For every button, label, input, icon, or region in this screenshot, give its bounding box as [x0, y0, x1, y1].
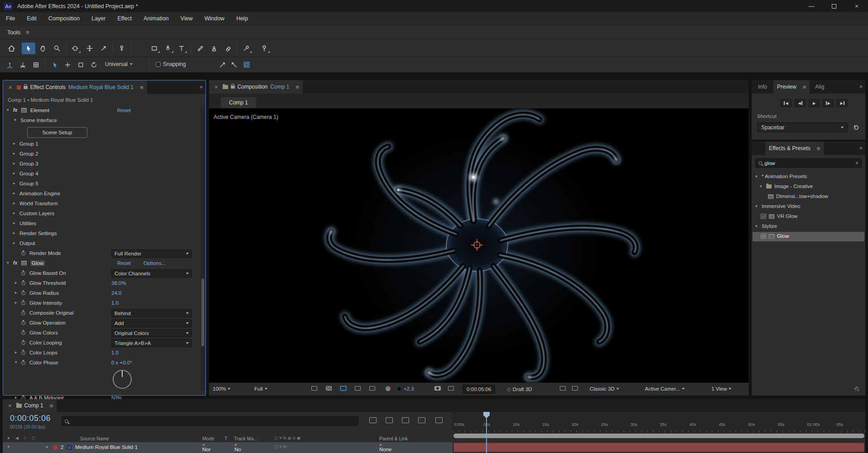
- effect-header-glow[interactable]: ▾ fx Glow Reset Options...: [3, 259, 205, 269]
- twirl-right-icon[interactable]: ▸: [13, 191, 15, 195]
- twirl-down-icon[interactable]: ▾: [7, 108, 9, 112]
- reset-preview-icon[interactable]: [853, 124, 859, 132]
- pen-tool-icon[interactable]: [161, 42, 175, 54]
- previous-frame-button[interactable]: ◀: [795, 99, 806, 107]
- property-group-row[interactable]: ▸ Utilities: [3, 219, 205, 229]
- composite-original-dropdown[interactable]: Behind: [111, 309, 192, 317]
- twirl-right-icon[interactable]: ▸: [13, 231, 15, 235]
- property-group-label[interactable]: Group 4: [19, 171, 38, 176]
- tree-item-glow[interactable]: 32 Glow: [753, 232, 864, 241]
- lock-icon[interactable]: [24, 86, 28, 89]
- checkbox-icon[interactable]: [156, 62, 161, 67]
- dolly-camera-tool-icon[interactable]: [97, 42, 110, 54]
- layer-switches[interactable]: ◻ ✳ fx: [274, 444, 286, 449]
- 3d-ground-plane-toggle-icon[interactable]: [241, 59, 253, 70]
- layer-visibility-icon[interactable]: ●: [7, 444, 10, 449]
- menu-item[interactable]: Help: [230, 12, 254, 25]
- layer-label-color-chip[interactable]: [53, 445, 57, 449]
- tab-preview[interactable]: Preview ≡: [773, 80, 810, 94]
- layer-twirl-icon[interactable]: ▸: [46, 444, 48, 449]
- mask-visibility-icon[interactable]: [340, 386, 346, 391]
- panel-menu-icon[interactable]: ≡: [50, 402, 53, 409]
- gizmo-rotate-icon[interactable]: [88, 59, 100, 70]
- glow-colors-dropdown[interactable]: Original Colors: [111, 329, 192, 337]
- next-frame-button[interactable]: ▶: [823, 99, 834, 107]
- last-frame-button[interactable]: ▶: [837, 99, 848, 107]
- close-button[interactable]: ×: [845, 0, 868, 12]
- property-group-row[interactable]: ▸ World Transform: [3, 199, 205, 209]
- layer-row[interactable]: ● ▸ 2 Medium Royal Blue Solid 1 Nor No ◻…: [3, 442, 453, 453]
- preview-time-display[interactable]: 0:00:05:06: [463, 385, 495, 394]
- scrollbar-thumb[interactable]: [201, 278, 204, 346]
- twirl-right-icon[interactable]: ▸: [13, 161, 15, 165]
- layer-mode-dropdown[interactable]: Nor: [202, 444, 205, 446]
- effects-search-box[interactable]: ×: [755, 158, 862, 168]
- property-value[interactable]: 1.0: [111, 300, 119, 306]
- stopwatch-icon[interactable]: [21, 341, 25, 345]
- property-group-row[interactable]: ▸ Group 2: [3, 149, 205, 159]
- clear-search-icon[interactable]: ×: [855, 160, 858, 166]
- gizmo-position-icon[interactable]: [62, 59, 73, 70]
- layer-name[interactable]: Medium Royal Blue Solid 1: [75, 444, 138, 450]
- twirl-down-icon[interactable]: ▾: [755, 204, 758, 208]
- twirl-right-icon[interactable]: ▸: [13, 241, 15, 245]
- timeline-comp-tab[interactable]: × Comp 1 ≡: [3, 399, 57, 412]
- options-link[interactable]: Options...: [143, 260, 166, 266]
- stopwatch-icon[interactable]: [21, 361, 25, 365]
- panel-overflow-icon[interactable]: »: [859, 145, 863, 151]
- timeline-search-box[interactable]: [62, 416, 358, 426]
- show-channel-icon[interactable]: [386, 386, 391, 391]
- snap-option-icon[interactable]: [216, 59, 228, 70]
- layer-track-matte-dropdown[interactable]: No: [234, 444, 237, 446]
- tree-item-animation-presets[interactable]: ▾ * Animation Presets: [753, 172, 864, 182]
- universal-dropdown[interactable]: Universal: [105, 61, 133, 67]
- menu-item[interactable]: Layer: [86, 12, 111, 25]
- tree-item-stylize[interactable]: ▾ Stylize: [753, 222, 864, 231]
- twirl-right-icon[interactable]: ▸: [15, 300, 17, 305]
- axis-mode-local-icon[interactable]: [4, 59, 15, 70]
- panel-menu-icon[interactable]: ≡: [140, 84, 143, 91]
- transparency-grid-icon[interactable]: [326, 386, 332, 391]
- reset-link[interactable]: Reset: [117, 260, 131, 266]
- twirl-right-icon[interactable]: ▸: [15, 350, 17, 354]
- panel-overflow-icon[interactable]: »: [859, 83, 863, 90]
- play-button[interactable]: ▶: [809, 99, 820, 107]
- panel-grip-icon[interactable]: [854, 387, 859, 391]
- twirl-down-icon[interactable]: ▾: [7, 260, 9, 265]
- property-group-row[interactable]: ▸ Group 3: [3, 159, 205, 169]
- close-panel-icon[interactable]: ×: [7, 84, 14, 91]
- comp-doc-tab[interactable]: Comp 1: [221, 97, 256, 108]
- exposure-control[interactable]: +2.3: [396, 386, 414, 392]
- twirl-down-icon[interactable]: ▾: [14, 118, 16, 122]
- stopwatch-icon[interactable]: [21, 331, 25, 335]
- menu-item[interactable]: Window: [199, 12, 230, 25]
- composition-mini-flowchart-icon[interactable]: [369, 417, 377, 423]
- region-of-interest-icon[interactable]: [355, 386, 361, 391]
- zoom-tool-icon[interactable]: [50, 42, 64, 54]
- twirl-right-icon[interactable]: ▸: [15, 290, 17, 295]
- tree-item-image-creative[interactable]: ▾ Image - Creative: [753, 182, 864, 192]
- text-tool-icon[interactable]: [175, 42, 188, 54]
- tab-info[interactable]: Info: [758, 84, 767, 90]
- twirl-right-icon[interactable]: ▸: [13, 171, 15, 175]
- composition-viewport[interactable]: Active Camera (Camera 1): [209, 109, 749, 382]
- clone-stamp-tool-icon[interactable]: [207, 42, 221, 54]
- gizmo-select-icon[interactable]: [49, 59, 61, 70]
- stopwatch-icon[interactable]: [21, 351, 25, 355]
- menu-item[interactable]: File: [0, 12, 21, 25]
- roto-brush-tool-icon[interactable]: [239, 42, 253, 54]
- tab-align[interactable]: Alig: [815, 84, 824, 90]
- column-track-matte[interactable]: Track Ma...: [234, 436, 258, 441]
- stopwatch-icon[interactable]: [21, 301, 25, 305]
- first-frame-button[interactable]: ◀: [781, 99, 792, 107]
- twirl-right-icon[interactable]: ▸: [13, 211, 15, 215]
- brush-tool-icon[interactable]: [194, 42, 207, 54]
- maximize-button[interactable]: [823, 0, 845, 12]
- group-label[interactable]: Scene Interface: [20, 118, 57, 123]
- stopwatch-icon[interactable]: [21, 251, 25, 255]
- tree-item-vr-glow[interactable]: 32 VR Glow: [753, 212, 864, 222]
- twirl-down-icon[interactable]: ▾: [15, 360, 17, 364]
- scrollbar[interactable]: [201, 107, 205, 392]
- current-time-display[interactable]: 0:00:05:06: [10, 414, 51, 423]
- property-group-label[interactable]: Animation Engine: [19, 191, 60, 196]
